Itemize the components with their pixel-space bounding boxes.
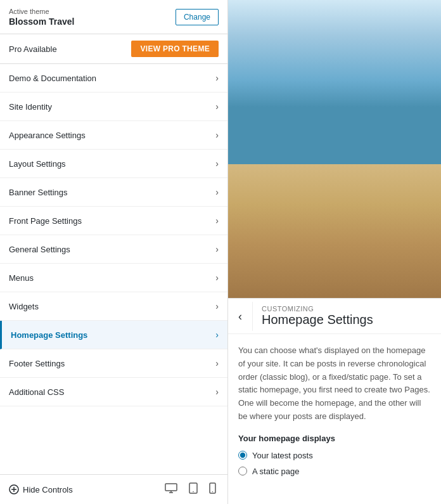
sidebar-item-demo-documentation[interactable]: Demo & Documentation› <box>0 64 227 93</box>
chevron-right-icon: › <box>215 273 219 283</box>
chevron-right-icon: › <box>215 301 219 311</box>
active-theme-name: Blossom Travel <box>9 16 75 27</box>
latest-posts-label: Your latest posts <box>252 451 313 460</box>
chevron-right-icon: › <box>215 130 219 140</box>
chevron-right-icon: › <box>215 158 219 169</box>
sidebar-item-widgets[interactable]: Widgets› <box>0 292 227 321</box>
sidebar-item-label-layout-settings: Layout Settings <box>9 159 66 169</box>
customizing-label: Customizing <box>262 305 373 313</box>
nav-list: Demo & Documentation›Site Identity›Appea… <box>0 64 227 474</box>
sidebar-item-additional-css[interactable]: Additional CSS› <box>0 378 227 406</box>
sidebar-item-menus[interactable]: Menus› <box>0 264 227 292</box>
change-theme-button[interactable]: Change <box>176 9 219 25</box>
panel-header-info: Customizing Homepage Settings <box>253 299 382 333</box>
sidebar-item-label-front-page-settings: Front Page Settings <box>9 216 82 226</box>
panel-content: You can choose what's displayed on the h… <box>228 334 441 493</box>
sidebar-item-label-appearance-settings: Appearance Settings <box>9 131 86 140</box>
sidebar-item-footer-settings[interactable]: Footer Settings› <box>0 349 227 378</box>
sidebar-item-label-banner-settings: Banner Settings <box>9 188 68 197</box>
svg-rect-3 <box>165 484 177 491</box>
pro-available-bar: Pro Available VIEW PRO THEME <box>0 34 227 64</box>
chevron-right-icon: › <box>215 216 219 226</box>
beach-preview-image <box>228 0 441 298</box>
sidebar-item-label-widgets: Widgets <box>9 302 39 311</box>
chevron-right-icon: › <box>215 73 219 83</box>
sidebar: Active theme Blossom Travel Change Pro A… <box>0 0 228 504</box>
active-theme-bar: Active theme Blossom Travel Change <box>0 0 227 34</box>
sidebar-item-label-additional-css: Additional CSS <box>9 387 64 397</box>
chevron-right-icon: › <box>215 101 219 112</box>
chevron-right-icon: › <box>215 330 219 340</box>
back-button[interactable]: ‹ <box>228 302 253 331</box>
hide-controls-button[interactable]: Hide Controls <box>9 484 73 494</box>
sidebar-item-site-identity[interactable]: Site Identity› <box>0 93 227 121</box>
homepage-displays-label: Your homepage displays <box>238 434 431 443</box>
active-theme-info: Active theme Blossom Travel <box>9 7 75 27</box>
footer-icons <box>162 481 219 498</box>
right-panel: ‹ Customizing Homepage Settings You can … <box>228 0 441 504</box>
hide-controls-label: Hide Controls <box>23 485 73 494</box>
svg-point-7 <box>193 491 194 493</box>
view-pro-theme-button[interactable]: VIEW PRO THEME <box>131 41 219 57</box>
pro-available-label: Pro Available <box>9 44 57 54</box>
tablet-view-button[interactable] <box>186 481 200 498</box>
sidebar-item-front-page-settings[interactable]: Front Page Settings› <box>0 207 227 235</box>
sidebar-item-general-settings[interactable]: General Settings› <box>0 235 227 264</box>
latest-posts-radio[interactable] <box>238 451 247 460</box>
beach-sand <box>228 164 441 299</box>
chevron-right-icon: › <box>215 244 219 254</box>
sidebar-item-appearance-settings[interactable]: Appearance Settings› <box>0 121 227 150</box>
mobile-view-button[interactable] <box>207 481 219 498</box>
active-theme-label: Active theme <box>9 7 75 16</box>
latest-posts-option[interactable]: Your latest posts <box>238 451 431 460</box>
static-page-label: A static page <box>252 467 299 476</box>
plus-circle-icon <box>9 484 19 494</box>
svg-point-9 <box>212 491 213 492</box>
desktop-view-button[interactable] <box>162 482 180 497</box>
sidebar-item-label-demo-documentation: Demo & Documentation <box>9 74 96 83</box>
sidebar-item-layout-settings[interactable]: Layout Settings› <box>0 150 227 178</box>
chevron-right-icon: › <box>215 358 219 368</box>
sidebar-item-label-site-identity: Site Identity <box>9 102 52 112</box>
panel-title: Homepage Settings <box>262 313 373 327</box>
chevron-right-icon: › <box>215 387 219 397</box>
back-bar: ‹ Customizing Homepage Settings <box>228 299 441 334</box>
static-page-option[interactable]: A static page <box>238 467 431 476</box>
sidebar-footer: Hide Controls <box>0 474 227 504</box>
sidebar-item-homepage-settings[interactable]: Homepage Settings› <box>0 321 227 349</box>
sidebar-item-label-homepage-settings: Homepage Settings <box>11 330 87 340</box>
beach-water <box>228 0 441 179</box>
sidebar-item-label-footer-settings: Footer Settings <box>9 359 65 368</box>
sidebar-item-banner-settings[interactable]: Banner Settings› <box>0 178 227 207</box>
sidebar-item-label-general-settings: General Settings <box>9 245 70 254</box>
sidebar-item-label-menus: Menus <box>9 273 34 283</box>
panel-description: You can choose what's displayed on the h… <box>238 344 431 423</box>
homepage-settings-panel: ‹ Customizing Homepage Settings You can … <box>228 298 441 504</box>
chevron-right-icon: › <box>215 187 219 197</box>
static-page-radio[interactable] <box>238 467 247 475</box>
